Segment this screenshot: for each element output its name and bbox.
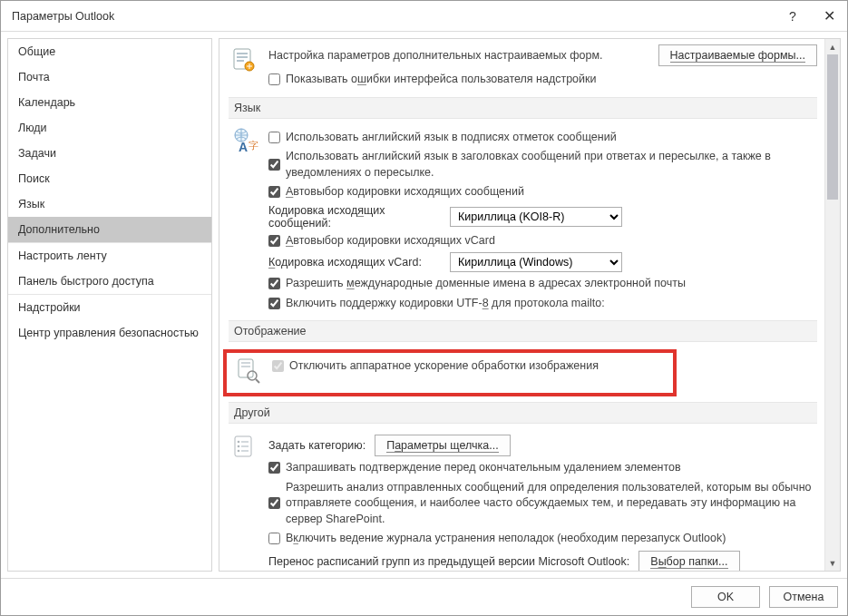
sidebar-item-search[interactable]: Поиск [8, 166, 211, 191]
disable-hw-accel-label: Отключить аппаратное ускорение обработки… [289, 358, 599, 375]
dialog-footer: OK Отмена [1, 578, 847, 615]
svg-line-12 [256, 379, 259, 383]
sidebar-item-people[interactable]: Люди [8, 115, 211, 141]
language-icon: A 字 [229, 126, 259, 157]
svg-rect-10 [241, 366, 250, 367]
other-section-header: Другой [229, 402, 817, 424]
dialog-body: Общие Почта Календарь Люди Задачи Поиск … [1, 32, 847, 578]
cancel-button[interactable]: Отмена [769, 586, 838, 608]
display-section-header: Отображение [229, 320, 817, 342]
language-section: A 字 Использовать английский язык в подпи… [229, 126, 817, 316]
custom-forms-button[interactable]: Настраиваемые формы... [658, 44, 817, 66]
confirm-delete-label: Запрашивать подтверждение перед окончате… [286, 460, 681, 476]
auto-vcard-encoding-checkbox[interactable] [268, 235, 280, 247]
english-signatures-label: Использовать английский язык в подписях … [286, 130, 617, 146]
svg-rect-9 [241, 362, 250, 364]
titlebar: Параметры Outlook ? ✕ [1, 1, 847, 32]
idn-label: Разрешить международные доменные имена в… [286, 276, 686, 292]
sidebar-item-calendar[interactable]: Календарь [8, 90, 211, 115]
svg-rect-19 [241, 450, 249, 452]
sidebar-item-customize-ribbon[interactable]: Настроить ленту [8, 242, 211, 269]
sidebar-item-language[interactable]: Язык [8, 191, 211, 217]
sidebar-item-addins[interactable]: Надстройки [8, 294, 211, 320]
close-button[interactable]: ✕ [811, 2, 847, 31]
analysis-label: Разрешить анализ отправленных сообщений … [286, 480, 817, 528]
auto-vcard-encoding-label: Автовыбор кодировки исходящих vCard [286, 233, 495, 249]
custom-forms-row: Настройка параметров дополнительных наст… [229, 44, 817, 92]
forms-icon [229, 44, 259, 75]
outgoing-encoding-combo[interactable]: Кириллица (KOI8-R) [450, 207, 622, 227]
outgoing-encoding-label: Кодировка исходящих сообщений: [268, 204, 441, 230]
idn-checkbox[interactable] [268, 278, 280, 289]
utf8-mailto-checkbox[interactable] [268, 298, 280, 309]
outlook-options-dialog: Параметры Outlook ? ✕ Общие Почта Календ… [0, 0, 848, 616]
svg-point-16 [238, 445, 240, 448]
other-icon [229, 431, 259, 462]
scroll-thumb[interactable] [827, 54, 838, 200]
sidebar-item-qat[interactable]: Панель быстрого доступа [8, 269, 211, 294]
display-icon [232, 355, 263, 386]
show-addin-errors-label: Показывать ошибки интерфейса пользовател… [286, 72, 597, 88]
show-addin-errors-checkbox[interactable] [268, 73, 280, 85]
svg-rect-2 [237, 56, 248, 58]
help-button[interactable]: ? [775, 2, 811, 31]
migrate-label: Перенос расписаний групп из предыдущей в… [268, 555, 629, 568]
logging-checkbox[interactable] [268, 533, 280, 544]
sidebar-item-tasks[interactable]: Задачи [8, 141, 211, 166]
svg-point-14 [238, 441, 240, 444]
options-content: Настройка параметров дополнительных наст… [219, 39, 824, 571]
set-category-label: Задать категорию: [268, 439, 366, 452]
auto-encoding-checkbox[interactable] [268, 186, 280, 198]
svg-rect-1 [237, 53, 248, 54]
auto-encoding-label: Автовыбор кодировки исходящих сообщений [286, 184, 524, 200]
english-signatures-checkbox[interactable] [268, 132, 280, 143]
ok-button[interactable]: OK [691, 586, 760, 608]
svg-text:A: A [239, 140, 248, 154]
custom-forms-desc: Настройка параметров дополнительных наст… [268, 49, 603, 62]
disable-hw-accel-checkbox[interactable] [272, 360, 284, 372]
svg-text:字: 字 [249, 140, 258, 151]
language-section-header: Язык [229, 97, 817, 119]
logging-label: Включить ведение журнала устранения непо… [286, 531, 726, 547]
sidebar-item-advanced[interactable]: Дополнительно [8, 217, 211, 242]
scroll-up-button[interactable]: ▲ [825, 39, 840, 54]
content-scrollbar[interactable]: ▲ ▼ [824, 39, 840, 571]
window-title: Параметры Outlook [12, 10, 775, 23]
sidebar-item-mail[interactable]: Почта [8, 64, 211, 90]
select-folder-button[interactable]: Выбор папки... [638, 551, 739, 572]
vcard-encoding-combo[interactable]: Кириллица (Windows) [450, 252, 622, 272]
display-highlight-box: Отключить аппаратное ускорение обработки… [223, 349, 677, 396]
sidebar-item-trust-center[interactable]: Центр управления безопасностью [8, 320, 211, 346]
analysis-checkbox[interactable] [268, 497, 280, 509]
svg-rect-15 [241, 441, 249, 443]
vcard-encoding-label: Кодировка исходящих vCard: [268, 256, 441, 269]
english-headers-label: Использовать английский язык в заголовка… [286, 149, 817, 181]
content-wrap: Настройка параметров дополнительных наст… [219, 38, 841, 572]
other-section: Задать категорию: Параметры щелчка... За… [229, 431, 817, 571]
english-headers-checkbox[interactable] [268, 159, 280, 171]
svg-point-18 [238, 450, 240, 453]
confirm-delete-checkbox[interactable] [268, 462, 280, 474]
click-params-button[interactable]: Параметры щелчка... [375, 435, 510, 456]
scroll-down-button[interactable]: ▼ [825, 555, 840, 571]
svg-rect-3 [237, 60, 244, 62]
utf8-mailto-label: Включить поддержку кодировки UTF-8 для п… [286, 296, 605, 312]
category-sidebar: Общие Почта Календарь Люди Задачи Поиск … [7, 38, 212, 572]
svg-rect-17 [241, 445, 249, 447]
sidebar-item-general[interactable]: Общие [8, 39, 211, 64]
